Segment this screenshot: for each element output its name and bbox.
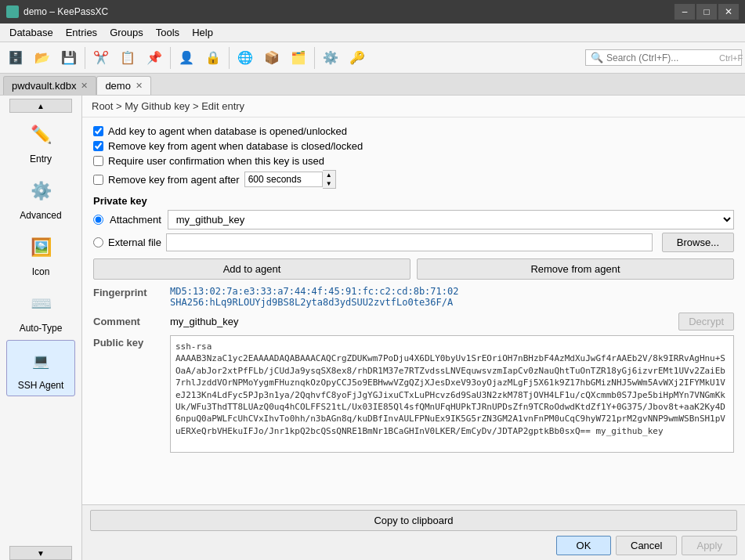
tab-pwdvault-label: pwdvault.kdbx — [12, 80, 76, 92]
sidebar-item-advanced-label: Advanced — [20, 210, 61, 221]
sidebar-scroll-down[interactable]: ▼ — [9, 546, 72, 560]
remove-from-agent-label[interactable]: Remove key from agent when database is c… — [108, 140, 363, 152]
search-input[interactable] — [606, 52, 716, 63]
sidebar-item-entry[interactable]: ✏️ Entry — [6, 114, 75, 169]
remove-from-agent-checkbox[interactable] — [93, 141, 103, 151]
toolbar: 🗄️ 📂 💾 ✂️ 📋 📌 👤 🔒 🌐 📦 🗂️ ⚙️ 🔑 🔍 Ctrl+F ? — [0, 42, 745, 74]
cut-button[interactable]: ✂️ — [89, 45, 114, 70]
external-file-input[interactable] — [166, 233, 653, 251]
autotype-icon: ⌨️ — [25, 288, 56, 320]
new-db-button[interactable]: 🗄️ — [3, 45, 28, 70]
add-to-agent-button[interactable]: Add to agent — [93, 258, 410, 280]
menu-entries[interactable]: Entries — [60, 25, 103, 40]
cancel-button[interactable]: Cancel — [616, 536, 677, 555]
action-buttons: Add to agent Remove from agent — [93, 258, 734, 280]
pubkey-label: Public key — [93, 335, 164, 349]
toolbar-sep-1 — [85, 47, 85, 69]
lock-button[interactable]: 🔒 — [201, 45, 226, 70]
group-button[interactable]: 🗂️ — [286, 45, 311, 70]
comment-row: Comment my_github_key Decrypt — [93, 313, 734, 331]
sidebar-item-entry-label: Entry — [30, 154, 52, 164]
remove-after-increment[interactable]: ▲ — [323, 171, 335, 179]
content-panel: Root > My Github key > Edit entry Add ke… — [82, 96, 745, 560]
content-scroll: Add key to agent when database is opened… — [82, 117, 745, 504]
sidebar-item-icon[interactable]: 🖼️ Icon — [6, 227, 75, 282]
menu-help[interactable]: Help — [186, 25, 219, 40]
require-confirm-checkbox[interactable] — [93, 156, 103, 166]
decrypt-button[interactable]: Decrypt — [678, 313, 734, 331]
copy-to-clipboard-button[interactable]: Copy to clipboard — [90, 510, 737, 531]
attachment-select[interactable]: my_github_key — [168, 210, 734, 229]
tab-pwdvault-close[interactable]: ✕ — [81, 81, 88, 91]
require-confirm-label[interactable]: Require user confirmation when this key … — [108, 155, 324, 167]
ok-button[interactable]: OK — [556, 536, 611, 555]
browse-button[interactable]: Browse... — [662, 233, 734, 252]
sidebar-item-sshagent-label: SSH Agent — [18, 380, 64, 391]
external-file-radio-row: External file Browse... — [93, 233, 734, 252]
fingerprint-row: Fingerprint MD5:13:02:7a:e3:33:a7:44:4f:… — [93, 286, 734, 308]
sshagent-icon: 💻 — [25, 345, 56, 377]
menu-tools[interactable]: Tools — [150, 25, 186, 40]
sidebar-item-sshagent[interactable]: 💻 SSH Agent — [6, 340, 75, 396]
tab-demo-close[interactable]: ✕ — [136, 81, 143, 91]
menu-bar: Database Entries Groups Tools Help — [0, 23, 745, 42]
app-title: demo – KeePassXC — [24, 6, 108, 17]
external-file-radio-label[interactable]: External file — [108, 237, 161, 248]
checkbox-remove-after-row: Remove key from agent after 600 seconds … — [93, 170, 734, 189]
remove-after-decrement[interactable]: ▼ — [323, 179, 335, 188]
paste-button[interactable]: 📌 — [142, 45, 167, 70]
checkbox-require-confirm-row: Require user confirmation when this key … — [93, 155, 734, 167]
attachment-radio[interactable] — [93, 215, 103, 225]
attachment-radio-row: Attachment my_github_key — [93, 210, 734, 229]
sidebar-scroll-up[interactable]: ▲ — [9, 99, 72, 113]
search-magnifier-icon: 🔍 — [591, 52, 603, 63]
menu-database[interactable]: Database — [3, 25, 60, 40]
remove-from-agent-button[interactable]: Remove from agent — [417, 258, 734, 280]
icon-icon: 🖼️ — [25, 232, 56, 263]
user-button[interactable]: 👤 — [174, 45, 199, 70]
app-icon — [6, 5, 19, 18]
attachment-radio-label[interactable]: Attachment — [110, 214, 161, 226]
remove-after-input[interactable]: 600 seconds — [244, 172, 323, 187]
close-button[interactable]: ✕ — [718, 4, 739, 20]
checkbox-add-to-agent-row: Add key to agent when database is opened… — [93, 125, 734, 137]
pubkey-textarea[interactable]: ssh-rsa AAAAB3NzaC1yc2EAAAADAQABAAACAQCr… — [170, 335, 734, 453]
breadcrumb: Root > My Github key > Edit entry — [82, 96, 745, 117]
copy-button[interactable]: 📋 — [115, 45, 140, 70]
fingerprint-value: MD5:13:02:7a:e3:33:a7:44:4f:45:91:fc:c2:… — [170, 286, 458, 308]
remove-after-label[interactable]: Remove key from agent after — [108, 174, 240, 186]
search-box: 🔍 Ctrl+F ? — [585, 49, 742, 66]
open-db-button[interactable]: 📂 — [30, 45, 55, 70]
sidebar: ▲ ✏️ Entry ⚙️ Advanced 🖼️ Icon ⌨️ Auto-T… — [0, 96, 82, 560]
external-file-radio[interactable] — [93, 237, 103, 247]
settings-button[interactable]: ⚙️ — [318, 45, 343, 70]
comment-value: my_github_key — [170, 316, 672, 327]
menu-groups[interactable]: Groups — [103, 25, 150, 40]
sidebar-item-advanced[interactable]: ⚙️ Advanced — [6, 171, 75, 226]
remove-after-checkbox[interactable] — [93, 175, 103, 185]
add-to-agent-label[interactable]: Add key to agent when database is opened… — [108, 125, 347, 137]
maximize-button[interactable]: □ — [696, 4, 717, 20]
lock2-button[interactable]: 🔑 — [345, 45, 370, 70]
add-to-agent-checkbox[interactable] — [93, 126, 103, 136]
save-db-button[interactable]: 💾 — [56, 45, 81, 70]
checkbox-remove-from-agent-row: Remove key from agent when database is c… — [93, 140, 734, 152]
toolbar-sep-3 — [229, 47, 230, 69]
box-button[interactable]: 📦 — [259, 45, 284, 70]
dialog-buttons: OK Cancel Apply — [90, 536, 737, 555]
entry-icon: ✏️ — [25, 119, 56, 150]
tab-pwdvault[interactable]: pwdvault.kdbx ✕ — [3, 76, 96, 95]
pubkey-row: Public key ssh-rsa AAAAB3NzaC1yc2EAAAADA… — [93, 335, 734, 453]
apply-button[interactable]: Apply — [682, 536, 737, 555]
title-bar: demo – KeePassXC – □ ✕ — [0, 0, 745, 23]
tab-demo-label: demo — [105, 80, 131, 92]
sidebar-item-autotype[interactable]: ⌨️ Auto-Type — [6, 284, 75, 338]
toolbar-sep-2 — [170, 47, 171, 69]
minimize-button[interactable]: – — [674, 4, 695, 20]
main-content: ▲ ✏️ Entry ⚙️ Advanced 🖼️ Icon ⌨️ Auto-T… — [0, 96, 745, 560]
tab-demo[interactable]: demo ✕ — [96, 76, 151, 95]
fingerprint-label: Fingerprint — [93, 286, 164, 298]
sidebar-item-icon-label: Icon — [32, 266, 50, 277]
bottom-bar: Copy to clipboard OK Cancel Apply — [82, 504, 745, 560]
globe-button[interactable]: 🌐 — [233, 45, 258, 70]
